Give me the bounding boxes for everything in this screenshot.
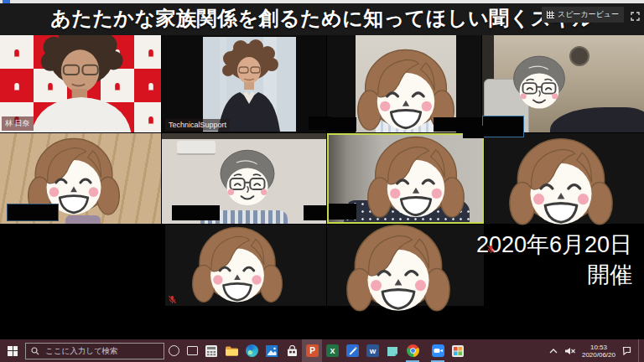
wall-clock: [569, 46, 589, 66]
event-date-line1: 2020年6月20日: [476, 230, 632, 260]
zoom-app-icon: [432, 344, 444, 357]
windows-taskbar: P X W 10:53 2020/06/20: [0, 339, 644, 362]
video-tile-technical-support[interactable]: TechnicalSupport: [162, 35, 326, 132]
gallery-grid-icon: [547, 11, 554, 18]
task-view-icon: [187, 346, 198, 355]
mic-muted-icon: [168, 294, 177, 305]
sticky-notes-icon: [387, 345, 398, 357]
technical-support-photo: [203, 37, 296, 132]
snipping-pen-icon: [346, 344, 359, 357]
event-date-line2: 開催: [476, 260, 632, 290]
snipping-tool-button[interactable]: [342, 339, 362, 362]
search-icon: [31, 347, 39, 355]
word-icon: W: [366, 344, 379, 357]
chrome-button[interactable]: [402, 339, 423, 362]
girl-avatar: [508, 136, 614, 237]
participant-name-label: TechnicalSupport: [165, 119, 230, 131]
ceiling: [162, 133, 326, 139]
gallery-app-icon: [452, 345, 464, 357]
participant-name-label: 林 日奈: [2, 116, 34, 131]
calculator-button[interactable]: [201, 339, 221, 362]
name-privacy-cover: [7, 204, 59, 221]
taskbar-search-box[interactable]: [25, 343, 164, 359]
name-privacy-cover: [482, 116, 524, 137]
calculator-icon: [205, 345, 217, 357]
show-desktop-button[interactable]: [638, 339, 641, 362]
name-privacy-cover: [327, 117, 356, 132]
cortana-button[interactable]: [164, 339, 183, 362]
start-button[interactable]: [0, 339, 25, 362]
clock-time: 10:53: [582, 344, 615, 351]
windows-logo-icon: [8, 346, 18, 356]
svg-text:P: P: [309, 346, 315, 355]
screen: あたたかな家族関係を創るために知ってほしい聞くスキル スピーカービュー: [0, 0, 644, 362]
clock-date: 2020/06/20: [582, 351, 615, 359]
video-tile-presenter[interactable]: 林 日奈: [0, 35, 161, 132]
name-privacy-cover: [463, 126, 484, 138]
svg-text:X: X: [330, 347, 335, 355]
photos-icon: [266, 345, 278, 357]
system-tray: 10:53 2020/06/20: [549, 339, 644, 362]
action-center-icon[interactable]: [622, 346, 631, 355]
excel-button[interactable]: X: [322, 339, 342, 362]
event-date-overlay: 2020年6月20日 開催: [476, 230, 632, 290]
file-explorer-button[interactable]: [221, 339, 242, 362]
excel-icon: X: [326, 344, 339, 357]
speaker-view-button[interactable]: スピーカービュー: [542, 7, 624, 23]
edge-button[interactable]: [242, 339, 262, 362]
powerpoint-icon: P: [306, 344, 319, 357]
air-conditioner: [177, 141, 216, 155]
meeting-title-bar: あたたかな家族関係を創るために知ってほしい聞くスキル スピーカービュー: [0, 3, 644, 35]
name-privacy-cover: [329, 204, 356, 220]
zoom-app-button[interactable]: [428, 339, 448, 362]
speaker-view-label: スピーカービュー: [558, 9, 619, 20]
search-input[interactable]: [44, 345, 158, 356]
photos-button[interactable]: [262, 339, 282, 362]
girl-avatar: [366, 134, 465, 229]
taskbar-clock[interactable]: 10:53 2020/06/20: [582, 344, 615, 359]
microsoft-store-button[interactable]: [282, 339, 302, 362]
volume-muted-icon[interactable]: [564, 347, 575, 355]
man-glasses-avatar: [506, 54, 572, 116]
girl-avatar: [345, 222, 451, 323]
name-privacy-cover: [304, 205, 326, 220]
word-button[interactable]: W: [362, 339, 382, 362]
folder-icon: [226, 346, 238, 356]
mic-muted-icon: [486, 244, 496, 255]
svg-text:W: W: [369, 348, 376, 355]
cortana-icon: [169, 345, 179, 356]
man-glasses-avatar: [213, 147, 282, 214]
girl-avatar: [191, 225, 283, 313]
powerpoint-button[interactable]: P: [302, 339, 322, 362]
sticky-notes-button[interactable]: [382, 339, 402, 362]
task-view-button[interactable]: [183, 339, 201, 362]
edge-icon: [246, 344, 258, 357]
name-privacy-cover: [172, 205, 220, 220]
fullscreen-icon[interactable]: [631, 9, 640, 18]
chrome-icon: [407, 344, 419, 357]
tray-expand-chevron-icon[interactable]: [549, 348, 558, 354]
store-bag-icon: [287, 345, 298, 357]
gallery-app-button[interactable]: [448, 339, 468, 362]
